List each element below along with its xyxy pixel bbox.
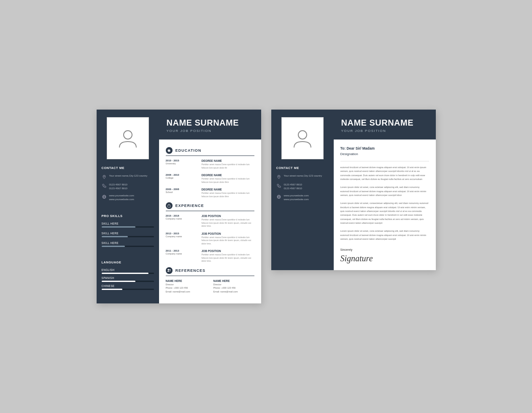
references-icon [166,267,173,274]
resume-contact-section: CONTACT ME Your street name,City-123 cou… [97,159,159,207]
cover-address: Your street name,City-123 country [276,174,329,180]
svg-point-6 [168,269,169,271]
contact-address: Your street name,City-123 country [102,174,154,180]
exp-entry-1: 2015 - 2018 Company name JOB POSITION Po… [166,215,254,228]
cover-location-icon [276,174,281,180]
cover-position: YOUR JOB POSITION [341,129,428,133]
contact-phone: 0123 4567 8910 0123 4567 8910 [102,183,154,190]
experience-header: EXPERIENCE [166,202,254,211]
svg-point-1 [104,176,105,177]
cover-sidebar: CONTACT ME Your street name,City-123 cou… [271,110,334,270]
lang-item-2: SPANISH [102,276,154,282]
skill-item-2: SKILL HERE [102,232,154,237]
ref-item-2: NAME HERE Director Phone: +000 123 456 E… [213,279,254,294]
cover-body: To: Dear Sir/ Madam Designation euismod … [334,139,436,270]
svg-point-8 [298,131,307,139]
references-title: REFERENCES [176,268,206,273]
cover-para-1: euismod tincidunt ut laoreet dolore magn… [340,166,429,181]
lang-item-1: ENGLISH [102,268,154,274]
globe-icon [102,194,107,199]
cover-globe-icon [276,194,281,199]
svg-point-0 [124,131,132,139]
resume-skills-section: PRO SKILLS SKILL HERE SKILL HERE SKILL H… [97,207,159,254]
references-grid: NAME HERE Director Phone: +000 123 456 E… [166,279,254,294]
cover-para-3: Lorem ipsum dolor sit amet, consectetuer… [340,201,429,225]
contact-website: www.yourwebsite.com www.yourwebsite.com [102,194,154,201]
cover-main-content: NAME SURNAME YOUR JOB POSITION To: Dear … [334,110,436,270]
references-header: REFERENCES [166,267,254,276]
skill-item-3: SKILL HERE [102,241,154,247]
contact-title: CONTACT ME [102,166,154,170]
cover-phone-icon [276,183,281,188]
svg-rect-5 [167,205,170,207]
edu-entry-2: 2008 - 2010 College DEGREE NAME Porttito… [166,174,254,184]
cover-sincerely: Sincerely [340,248,429,251]
resume-name-block: NAME SURNAME YOUR JOB POSITION [159,110,261,139]
location-icon [102,174,107,180]
cover-phone-text: 0123 4567 8910 0123 4567 8910 [284,183,302,190]
ref-item-1: NAME HERE Director Phone: +000 123 456 E… [166,279,207,294]
svg-point-7 [170,269,170,270]
cover-phone: 0123 4567 8910 0123 4567 8910 [276,183,329,190]
svg-point-9 [278,176,279,177]
resume-language-section: LANGUAGE ENGLISH SPANISH CHINESE [97,254,159,295]
edu-entry-3: 2006 - 2008 School DEGREE NAME Porttitor… [166,188,254,198]
phone-text: 0123 4567 8910 0123 4567 8910 [109,183,127,190]
edu-entry-1: 2010 - 2015 University DEGREE NAME Portt… [166,159,254,169]
skills-title: PRO SKILLS [102,214,154,218]
cover-para-4: Lorem ipsum dolor sit amet, cons ectetue… [340,229,429,241]
cover-website: www.yourwebsite.com www.yourwebsite.com [276,194,329,201]
education-title: EDUCATION [176,148,202,153]
skill-item-1: SKILL HERE [102,222,154,228]
cover-name-block: NAME SURNAME YOUR JOB POSITION [334,110,436,139]
exp-entry-2: 2013 - 2015 Company name JOB POSITION Po… [166,232,254,246]
experience-title: EXPERIENCE [176,204,204,208]
experience-icon [166,202,173,209]
cover-address-text: Your street name,City-123 country [284,174,322,178]
lang-title: LANGUAGE [102,260,154,264]
cover-photo [281,117,324,159]
resume-sidebar: CONTACT ME Your street name,City-123 cou… [97,110,159,303]
address-text: Your street name,City-123 country [109,174,148,178]
cover-header: CONTACT ME Your street name,City-123 cou… [271,110,436,270]
cover-website-text: www.yourwebsite.com www.yourwebsite.com [284,194,309,201]
cover-signature: Signature [340,254,429,263]
cover-designation: Designation [340,152,429,156]
lang-item-3: CHINESE [102,284,154,290]
exp-entry-3: 2011 - 2013 Company name JOB POSITION Po… [166,249,254,263]
education-header: EDUCATION [166,147,254,156]
resume-position: YOUR JOB POSITION [167,129,254,133]
education-icon [166,147,173,154]
cover-para-2: Lorem ipsum dolor sit amet, cons ectetue… [340,185,429,197]
cover-contact-title: CONTACT ME [276,166,329,170]
resume-name: NAME SURNAME [167,118,254,128]
resume-main-content: NAME SURNAME YOUR JOB POSITION EDUCATION… [159,110,261,303]
cover-name: NAME SURNAME [341,118,428,128]
cover-contact-section: CONTACT ME Your street name,City-123 cou… [271,159,334,207]
resume-card: CONTACT ME Your street name,City-123 cou… [97,110,261,303]
website-text: www.yourwebsite.com www.yourwebsite.com [109,194,134,201]
cover-card: CONTACT ME Your street name,City-123 cou… [271,110,436,270]
resume-photo [107,117,149,159]
resume-body: EDUCATION 2010 - 2015 University DEGREE … [159,139,261,303]
resume-header: CONTACT ME Your street name,City-123 cou… [97,110,261,303]
main-container: CONTACT ME Your street name,City-123 cou… [97,110,436,303]
cover-greeting: To: Dear Sir/ Madam [340,146,429,150]
phone-icon [102,183,107,188]
cover-divider [340,161,429,161]
